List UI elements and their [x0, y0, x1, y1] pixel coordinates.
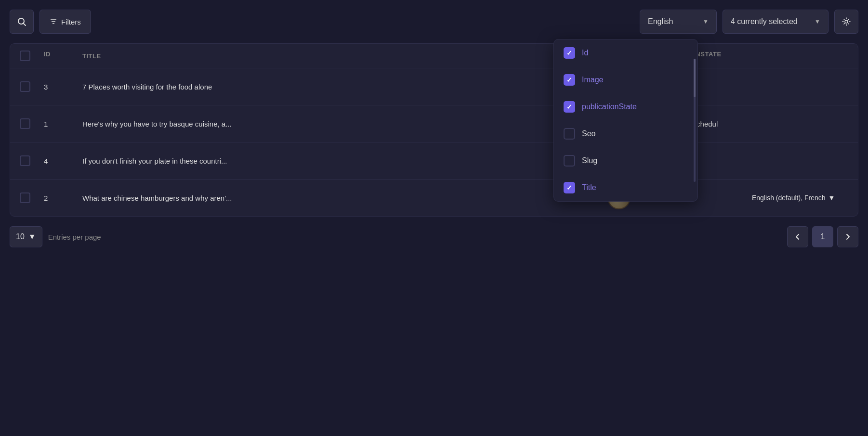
locale-text: English (default), French [752, 194, 826, 202]
columns-selector[interactable]: 4 currently selected ▼ Id Image publicat… [723, 10, 829, 34]
content-table: ID TITLE IMAGE PUBLICATIONSTATE 3 7 Plac… [10, 43, 858, 217]
dropdown-label-seo: Seo [582, 129, 595, 138]
table-footer: 10 ▼ Entries per page 1 [10, 226, 858, 247]
dropdown-item-slug[interactable]: Slug [554, 147, 697, 174]
dropdown-label-id: Id [582, 49, 588, 57]
table-row: 4 If you don't finish your plate in thes… [10, 142, 858, 180]
row-checkbox[interactable] [20, 155, 30, 166]
page-1-button[interactable]: 1 [812, 226, 833, 247]
chevron-right-icon [844, 233, 851, 240]
select-all-checkbox[interactable] [20, 51, 30, 61]
filters-label: Filters [61, 18, 81, 26]
checkbox-publicationstate[interactable] [564, 101, 575, 113]
header-checkbox-cell [20, 51, 44, 61]
language-selector[interactable]: English ▼ [640, 10, 717, 34]
entries-per-page-label: Entries per page [48, 233, 101, 241]
checkbox-id[interactable] [564, 47, 575, 59]
scrollbar-thumb [694, 59, 696, 97]
dropdown-item-title[interactable]: Title [554, 174, 697, 201]
columns-dropdown: Id Image publicationState Seo Slug Title [553, 39, 698, 202]
next-page-button[interactable] [837, 226, 858, 247]
row-title: Here's why you have to try basque cuisin… [82, 120, 607, 128]
header-id: ID [44, 51, 82, 61]
row-checkbox-cell [20, 118, 44, 129]
per-page-value: 10 [16, 232, 25, 241]
scrollbar[interactable] [694, 59, 696, 182]
row-title: What are chinese hamburgers and why aren… [82, 194, 607, 202]
svg-point-5 [845, 20, 848, 23]
chevron-down-icon: ▼ [703, 18, 709, 25]
svg-line-1 [24, 24, 26, 26]
row-id: 2 [44, 194, 82, 202]
search-icon [17, 17, 26, 26]
checkbox-image[interactable] [564, 74, 575, 86]
row-title: 7 Places worth visiting for the food alo… [82, 83, 607, 91]
toolbar: Filters English ▼ 4 currently selected ▼… [10, 10, 858, 34]
header-locale [752, 51, 848, 61]
dropdown-item-publicationstate[interactable]: publicationState [554, 93, 697, 120]
page-number: 1 [821, 232, 825, 241]
filters-icon [50, 18, 57, 26]
per-page-selector[interactable]: 10 ▼ [10, 226, 42, 247]
settings-button[interactable] [834, 10, 858, 34]
locale-chevron-icon[interactable]: ▼ [829, 194, 835, 202]
row-checkbox-cell [20, 81, 44, 92]
row-id: 1 [44, 120, 82, 128]
table-row: 1 Here's why you have to try basque cuis… [10, 105, 858, 142]
chevron-down-icon: ▼ [815, 18, 820, 25]
row-checkbox-cell [20, 155, 44, 166]
columns-label: 4 currently selected [731, 17, 798, 26]
language-label: English [648, 17, 673, 26]
row-checkbox[interactable] [20, 81, 30, 92]
dropdown-label-title: Title [582, 183, 596, 192]
dropdown-item-seo[interactable]: Seo [554, 120, 697, 147]
checkbox-seo[interactable] [564, 128, 575, 140]
row-checkbox[interactable] [20, 192, 30, 203]
dropdown-label-publicationstate: publicationState [582, 103, 637, 111]
search-button[interactable] [10, 10, 34, 34]
table-header: ID TITLE IMAGE PUBLICATIONSTATE [10, 44, 858, 68]
checkbox-title[interactable] [564, 182, 575, 193]
row-checkbox-cell [20, 192, 44, 203]
row-id: 3 [44, 83, 82, 91]
chevron-left-icon [794, 233, 801, 240]
row-checkbox[interactable] [20, 118, 30, 129]
row-locale: English (default), French ▼ [752, 194, 848, 202]
dropdown-label-slug: Slug [582, 156, 597, 165]
checkbox-slug[interactable] [564, 155, 575, 167]
svg-point-0 [18, 18, 24, 24]
dropdown-label-image: Image [582, 76, 603, 84]
dropdown-item-image[interactable]: Image [554, 66, 697, 93]
table-row: 2 What are chinese hamburgers and why ar… [10, 180, 858, 216]
filters-button[interactable]: Filters [39, 10, 91, 34]
per-page-chevron-icon: ▼ [28, 232, 36, 241]
header-title[interactable]: TITLE [82, 51, 607, 61]
gear-icon [842, 17, 851, 26]
table-row: 3 7 Places worth visiting for the food a… [10, 68, 858, 105]
row-id: 4 [44, 157, 82, 165]
dropdown-item-id[interactable]: Id [554, 39, 697, 66]
row-title: If you don't finish your plate in these … [82, 157, 607, 165]
pagination: 1 [787, 226, 858, 247]
prev-page-button[interactable] [787, 226, 808, 247]
